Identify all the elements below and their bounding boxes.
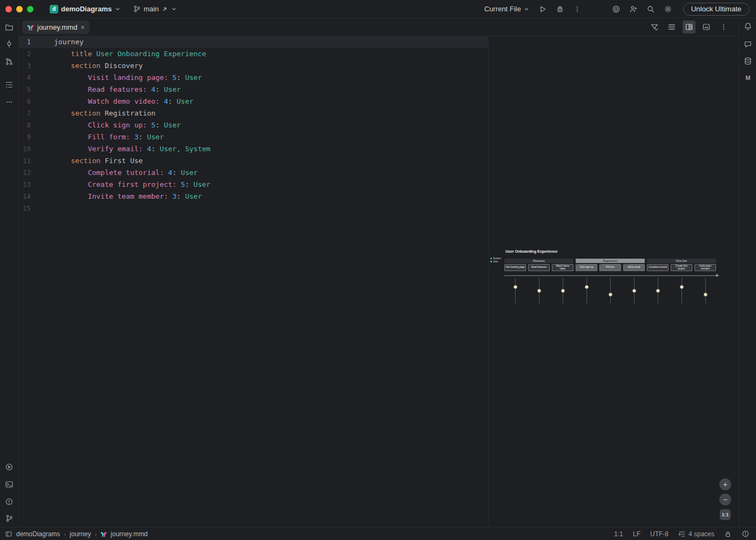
code-line[interactable]: section Registration xyxy=(54,107,156,119)
close-tab-icon[interactable]: × xyxy=(80,24,85,31)
code-line[interactable]: Read features: 4: User xyxy=(54,84,181,96)
assistant-chat-icon[interactable] xyxy=(741,38,754,51)
unlock-ultimate-button[interactable]: Unlock Ultimate xyxy=(683,3,750,16)
code-token: Registration xyxy=(105,109,156,117)
code-token xyxy=(54,133,88,141)
actor-dot xyxy=(695,264,697,265)
search-everywhere-icon[interactable] xyxy=(643,2,658,16)
score-marker xyxy=(656,289,660,293)
pull-requests-tool-icon[interactable] xyxy=(3,55,16,68)
code-line[interactable]: Create first project: 5: User xyxy=(54,179,211,191)
code-token xyxy=(130,133,134,141)
more-actions-button[interactable] xyxy=(570,2,585,16)
code-line[interactable]: Complete tutorial: 4: User xyxy=(54,167,198,179)
code-line[interactable]: Verify email: 4: User, System xyxy=(54,143,211,155)
code-line[interactable]: Invite team member: 3: User xyxy=(54,191,202,202)
zoom-in-button[interactable]: + xyxy=(719,478,731,490)
diagram-task: Verify email xyxy=(623,264,645,271)
run-configuration-selector[interactable]: Current File xyxy=(481,5,533,13)
encoding-widget[interactable]: UTF-8 xyxy=(650,530,669,538)
code-token xyxy=(100,109,105,117)
code-line[interactable]: Visit landing page: 5: User xyxy=(54,72,202,84)
mermaid-file-icon xyxy=(100,531,107,537)
code-line[interactable]: journey xyxy=(54,36,84,48)
score-marker xyxy=(680,285,684,289)
notifications-bell-icon[interactable] xyxy=(741,20,754,33)
code-token xyxy=(177,180,181,188)
maximize-window-button[interactable] xyxy=(27,6,33,12)
version-control-tool-icon[interactable] xyxy=(3,512,16,525)
code-token: : xyxy=(156,85,164,93)
more-tool-windows-icon[interactable] xyxy=(3,96,16,109)
code-token: User xyxy=(193,180,210,188)
code-line[interactable]: section Discovery xyxy=(54,60,143,72)
structure-tool-icon[interactable] xyxy=(3,78,16,91)
code-line[interactable]: section First Use xyxy=(54,155,143,167)
tab-options-kebab-icon[interactable] xyxy=(717,21,730,33)
line-number: 2 xyxy=(19,48,31,60)
line-separator-widget[interactable]: LF xyxy=(633,530,640,538)
diagram-section-bar: Registration xyxy=(576,259,645,263)
run-button[interactable] xyxy=(535,2,550,16)
code-line[interactable]: title User Onboarding Experience xyxy=(54,48,206,60)
score-line xyxy=(515,278,516,303)
code-line[interactable]: Watch demo video: 4: User xyxy=(54,96,193,107)
score-line xyxy=(586,278,587,303)
mermaid-preview-pane: User Onboarding Experience SystemUserDis… xyxy=(489,36,739,527)
code-editor[interactable]: 1journey2 title User Onboarding Experien… xyxy=(19,36,488,527)
zoom-reset-button[interactable]: 1:1 xyxy=(720,509,731,520)
code-token: section xyxy=(71,157,100,165)
code-token: : xyxy=(185,180,194,188)
code-token: User xyxy=(185,192,202,200)
code-token xyxy=(54,97,88,105)
debug-button[interactable] xyxy=(552,2,568,16)
mermaid-tool-icon[interactable]: M xyxy=(741,71,754,84)
line-number: 11 xyxy=(19,155,31,167)
preview-only-view-icon[interactable] xyxy=(700,21,713,33)
chevron-down-icon xyxy=(523,6,530,12)
breadcrumb-file[interactable]: journey.mmd xyxy=(111,530,147,538)
status-bar: demoDiagrams › journey › journey.mmd 1:1… xyxy=(0,527,756,540)
readonly-lock-icon[interactable] xyxy=(724,530,732,538)
tab-journey-mmd[interactable]: journey.mmd × xyxy=(22,21,90,34)
code-token: : xyxy=(172,168,181,177)
diagram-legend-item: System xyxy=(490,257,501,260)
settings-gear-icon[interactable] xyxy=(660,2,676,16)
services-tool-icon[interactable] xyxy=(3,461,16,474)
terminal-tool-icon[interactable] xyxy=(3,478,16,491)
editor-and-preview-view-icon[interactable] xyxy=(683,21,696,33)
breadcrumb-folder[interactable]: journey xyxy=(70,530,91,538)
code-token xyxy=(54,85,88,93)
editor-only-view-icon[interactable] xyxy=(665,21,678,33)
database-tool-icon[interactable] xyxy=(741,55,754,68)
diagram-section-bar: Discovery xyxy=(504,259,573,263)
legend-label: System xyxy=(493,257,501,260)
breadcrumb-project[interactable]: demoDiagrams xyxy=(16,530,60,538)
indent-icon xyxy=(678,530,686,538)
code-token: : xyxy=(168,97,177,105)
cursor-position-widget[interactable]: 1:1 xyxy=(614,530,623,538)
diagram-task: Watch demo video xyxy=(552,264,573,271)
code-token xyxy=(160,97,164,105)
problems-tool-icon[interactable] xyxy=(3,495,16,508)
close-window-button[interactable] xyxy=(5,6,12,12)
inspections-status-icon[interactable] xyxy=(741,530,750,538)
minimize-window-button[interactable] xyxy=(16,6,23,12)
legend-label: User xyxy=(493,260,498,263)
mermaid-config-icon[interactable] xyxy=(648,21,661,33)
indent-widget[interactable]: 4 spaces xyxy=(678,530,714,538)
vcs-branch-widget[interactable]: main xyxy=(130,3,180,15)
project-widget[interactable]: d demoDiagrams xyxy=(46,3,124,15)
ai-assistant-icon[interactable] xyxy=(609,2,624,16)
commit-tool-icon[interactable] xyxy=(3,37,16,50)
actor-dot xyxy=(647,264,649,265)
left-tool-strip xyxy=(0,18,18,527)
caret-line-highlight xyxy=(19,36,488,48)
zoom-out-button[interactable]: − xyxy=(719,494,731,505)
code-line[interactable]: Fill form: 3: User xyxy=(54,131,164,143)
code-line[interactable]: Click sign up: 5: User xyxy=(54,119,181,131)
code-with-me-icon[interactable] xyxy=(626,2,641,16)
breadcrumb-separator: › xyxy=(94,531,97,537)
code-token xyxy=(54,73,88,82)
project-tool-icon[interactable] xyxy=(3,21,16,34)
